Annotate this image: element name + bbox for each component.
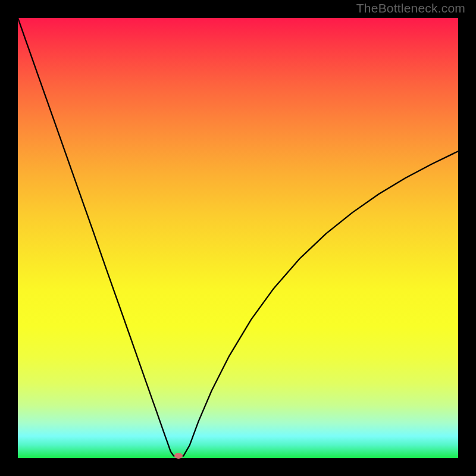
watermark-text: TheBottleneck.com <box>356 1 465 15</box>
bottleneck-curve <box>18 18 458 456</box>
chart-frame: TheBottleneck.com <box>0 0 476 476</box>
curve-svg <box>18 18 458 458</box>
optimal-point-marker <box>174 453 183 459</box>
plot-area <box>18 18 458 458</box>
